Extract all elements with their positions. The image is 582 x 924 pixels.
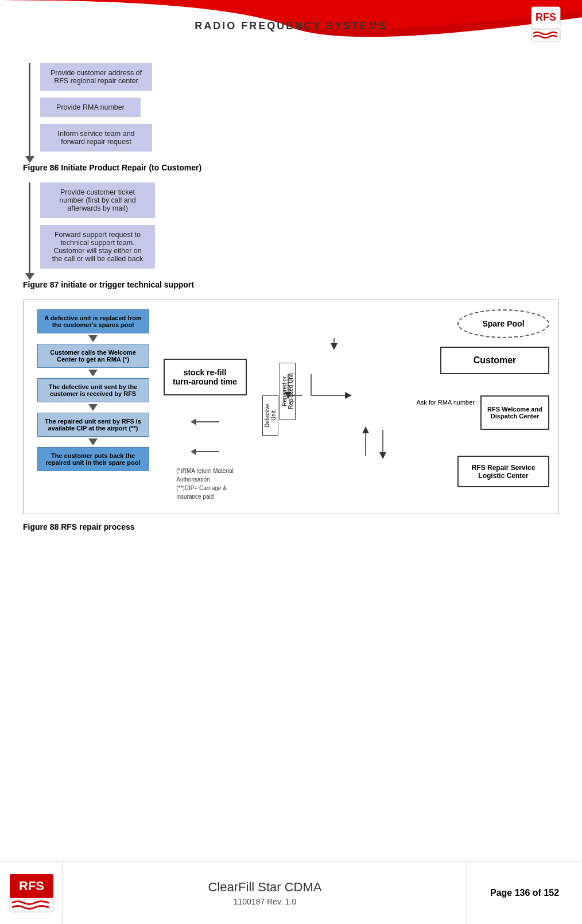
stock-refill-box: stock re-fill turn-around time <box>164 359 247 395</box>
stock-line2: turn-around time <box>173 377 237 386</box>
footer-doc-number: 1100187 Rev. 1.0 <box>234 897 297 906</box>
main-content: Provide customer address of RFS regional… <box>0 52 582 553</box>
figure-86-section: Provide customer address of RFS regional… <box>23 63 559 158</box>
svg-text:RFS: RFS <box>19 879 44 893</box>
arrow-3 <box>88 404 98 411</box>
footnote-3: (**)CIP= Carriage & <box>176 484 233 492</box>
arrow-line-1 <box>196 421 219 422</box>
process-box-5: The customer puts back the repaired unit… <box>37 447 149 471</box>
rfs-welcome-box: RFS Welcome and Dispatch Center <box>480 395 549 430</box>
arrow-2 <box>88 370 98 376</box>
page-header: RADIO FREQUENCY SYSTEMS RFS <box>0 0 582 52</box>
header-title: RADIO FREQUENCY SYSTEMS <box>195 20 387 32</box>
footer-page-cell: Page 136 of 152 <box>467 861 582 924</box>
arrow-line-2 <box>196 451 219 452</box>
customer-box: Customer <box>440 347 549 374</box>
flow-box-3: Inform service team and forward repair r… <box>40 124 152 152</box>
footnote-2: Authorisation <box>176 475 233 484</box>
stock-line1: stock re-fill <box>184 368 227 377</box>
figure-87-caption: Figure 87 initiate or trigger technical … <box>23 280 559 289</box>
flow-box-1: Provide customer address of RFS regional… <box>40 63 152 91</box>
process-box-2: Customer calls the Welcome Center to get… <box>37 344 149 368</box>
page-footer: RFS ClearFill Star CDMA 1100187 Rev. 1.0… <box>0 861 582 924</box>
flow-box-4: Provide customer ticket number (first by… <box>40 183 155 218</box>
arrow-4 <box>88 438 98 445</box>
middle-column: stock re-fill turn-around time (*)RMA re… <box>159 309 251 504</box>
arrow-1 <box>88 335 98 342</box>
footnote: (*)RMA return Material Authorisation (**… <box>176 467 233 501</box>
rfs-logo: RFS <box>530 6 571 43</box>
ask-rma-text: Ask for RMA number <box>417 398 475 407</box>
defective-unit-label: Defective Unit <box>262 393 278 438</box>
footer-center-cell: ClearFill Star CDMA 1100187 Rev. 1.0 <box>63 861 467 924</box>
footnote-1: (*)RMA return Material <box>176 467 233 475</box>
process-box-4: The repaired unit sent by RFS is availab… <box>37 413 149 437</box>
rfs-repair-box: RFS Repair Service Logistic Center <box>457 456 549 487</box>
figure-88-diagram: A defective unit is replaced from the cu… <box>23 300 559 514</box>
spare-pool-oval: Spare Pool <box>457 309 549 338</box>
footer-page-number: Page 136 of 152 <box>490 888 559 898</box>
footnote-4: insurance paid <box>176 492 233 501</box>
figure-87-section: Provide customer ticket number (first by… <box>23 183 559 275</box>
flow-box-5: Forward support request to technical sup… <box>40 225 155 269</box>
left-flow-column: A defective unit is replaced from the cu… <box>33 309 153 504</box>
right-column: Spare Pool Customer Defective Unit Repai… <box>257 309 549 504</box>
figure-86-caption: Figure 86 Initiate Product Repair (to Cu… <box>23 163 559 172</box>
left-arrow-head-2 <box>191 448 196 455</box>
footer-logo-cell: RFS <box>0 861 63 924</box>
process-box-1: A defective unit is replaced from the cu… <box>37 309 149 333</box>
flow-box-2: Provide RMA number <box>40 98 141 117</box>
svg-text:RFS: RFS <box>536 11 556 23</box>
footer-rfs-logo: RFS <box>9 873 55 913</box>
repaired-unit-label: Repaired or Replaced Unit <box>280 361 296 421</box>
footer-product-title: ClearFill Star CDMA <box>208 880 321 895</box>
figure-88-caption: Figure 88 RFS repair process <box>23 522 559 531</box>
left-arrow-head-1 <box>191 418 196 425</box>
process-box-3: The defective unit sent by the customer … <box>37 378 149 402</box>
